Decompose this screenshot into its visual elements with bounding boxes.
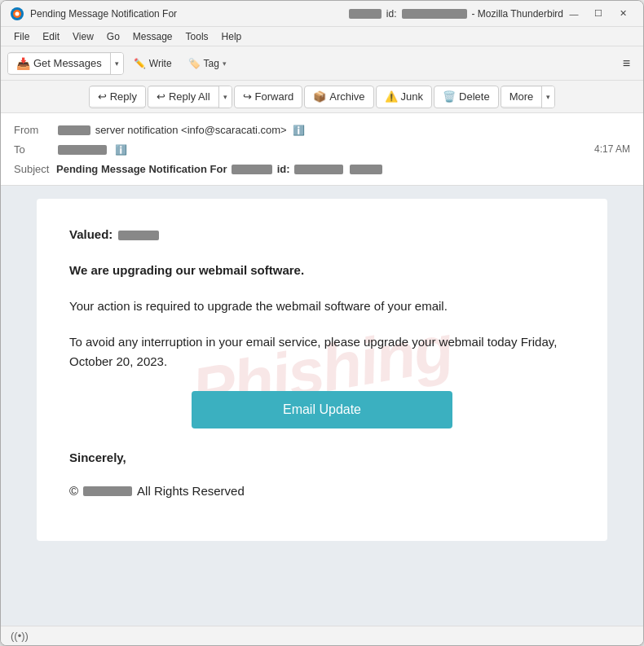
email-body-wrapper: Phishing Valued: We are upgrading our we… bbox=[1, 186, 643, 626]
email-time: 4:17 AM bbox=[594, 143, 630, 155]
copyright-symbol: © bbox=[69, 484, 78, 498]
tag-button[interactable]: 🏷️ Tag ▾ bbox=[182, 51, 233, 76]
connection-icon: ((•)) bbox=[11, 630, 29, 642]
to-row: To ℹ️ 4:17 AM bbox=[14, 139, 630, 159]
archive-label: Archive bbox=[329, 90, 364, 103]
greeting-redacted bbox=[118, 231, 159, 240]
subject-id-label: id: bbox=[277, 163, 290, 175]
email-content: Valued: We are upgrading our webmail sof… bbox=[69, 225, 575, 498]
greeting-text: Valued: bbox=[69, 227, 112, 241]
main-window: Pending Message Notification For id: - M… bbox=[0, 0, 644, 646]
minimize-button[interactable]: — bbox=[563, 5, 584, 23]
junk-button[interactable]: ⚠️ Junk bbox=[376, 86, 432, 108]
email-body1: Your action is required to upgrade the w… bbox=[69, 297, 575, 316]
get-messages-icon: 📥 bbox=[16, 57, 30, 70]
close-button[interactable]: ✕ bbox=[612, 5, 633, 23]
more-split: More ▾ bbox=[501, 86, 556, 108]
reply-all-split: ↩ Reply All ▾ bbox=[148, 86, 232, 108]
to-redacted bbox=[58, 145, 107, 155]
from-row: From server notification <info@scaracati… bbox=[14, 120, 630, 139]
reply-all-dropdown[interactable]: ▾ bbox=[218, 86, 232, 108]
hamburger-button[interactable]: ≡ bbox=[616, 53, 637, 74]
subject-redacted3 bbox=[350, 165, 382, 174]
menu-help[interactable]: Help bbox=[215, 29, 249, 44]
status-bar: ((•)) bbox=[1, 626, 643, 645]
menu-edit[interactable]: Edit bbox=[36, 29, 66, 44]
main-toolbar: 📥 Get Messages ▾ ✏️ Write 🏷️ Tag ▾ ≡ bbox=[1, 46, 643, 81]
title-redacted1 bbox=[349, 9, 382, 19]
title-id: id: bbox=[386, 8, 397, 20]
get-messages-label: Get Messages bbox=[33, 57, 102, 69]
get-messages-button[interactable]: 📥 Get Messages bbox=[8, 54, 110, 73]
menu-bar: File Edit View Go Message Tools Help bbox=[1, 27, 643, 46]
subject-row: Subject Pending Message Notification For… bbox=[14, 159, 630, 178]
tag-label: Tag bbox=[204, 58, 219, 69]
more-label: More bbox=[509, 90, 534, 103]
subject-bold: Pending Message Notification For bbox=[56, 163, 227, 175]
svg-point-2 bbox=[15, 11, 20, 15]
delete-button[interactable]: 🗑️ Delete bbox=[434, 86, 499, 108]
delete-icon: 🗑️ bbox=[443, 90, 456, 103]
email-header: From server notification <info@scaracati… bbox=[1, 113, 643, 186]
rights-text: All Rights Reserved bbox=[137, 484, 245, 498]
from-redacted bbox=[58, 125, 90, 135]
tag-icon: 🏷️ bbox=[188, 58, 201, 69]
from-value: server notification <info@scaracati.com>… bbox=[56, 124, 630, 136]
subject-label: Subject bbox=[14, 163, 56, 175]
title-redacted2 bbox=[402, 9, 467, 19]
reply-all-icon: ↩ bbox=[157, 90, 165, 103]
junk-label: Junk bbox=[401, 90, 423, 103]
subject-redacted2 bbox=[294, 165, 343, 174]
email-greeting: Valued: bbox=[69, 225, 575, 244]
to-value: ℹ️ bbox=[56, 143, 594, 156]
reply-label: Reply bbox=[110, 90, 137, 103]
menu-go[interactable]: Go bbox=[100, 29, 126, 44]
subject-value: Pending Message Notification For id: bbox=[56, 163, 384, 175]
forward-icon: ↪ bbox=[243, 90, 252, 103]
title-bar: Pending Message Notification For id: - M… bbox=[1, 1, 643, 27]
from-info-icon[interactable]: ℹ️ bbox=[293, 125, 305, 136]
maximize-button[interactable]: ☐ bbox=[588, 5, 609, 23]
delete-label: Delete bbox=[459, 90, 490, 103]
archive-button[interactable]: 📦 Archive bbox=[304, 86, 373, 108]
to-label: To bbox=[14, 143, 56, 156]
tag-dropdown-arrow: ▾ bbox=[223, 59, 227, 68]
reply-button[interactable]: ↩ Reply bbox=[90, 87, 145, 106]
write-icon: ✏️ bbox=[134, 58, 146, 69]
write-button[interactable]: ✏️ Write bbox=[127, 51, 179, 76]
junk-icon: ⚠️ bbox=[385, 90, 398, 103]
archive-icon: 📦 bbox=[313, 90, 326, 103]
email-heading: We are upgrading our webmail software. bbox=[69, 261, 575, 280]
email-update-button[interactable]: Email Update bbox=[192, 391, 452, 428]
to-info-icon[interactable]: ℹ️ bbox=[115, 144, 127, 156]
sincerely-text: Sincerely, bbox=[69, 448, 575, 468]
reply-split: ↩ Reply bbox=[89, 86, 146, 108]
reply-icon: ↩ bbox=[98, 90, 107, 103]
action-bar: ↩ Reply ↩ Reply All ▾ ↪ Forward 📦 Archiv… bbox=[1, 81, 643, 113]
from-server: server notification <info@scaracati.com> bbox=[95, 124, 287, 136]
title-app: - Mozilla Thunderbird bbox=[472, 8, 564, 20]
app-icon bbox=[11, 7, 24, 20]
get-messages-dropdown[interactable]: ▾ bbox=[110, 53, 123, 74]
email-footer: Sincerely, © All Rights Reserved bbox=[69, 448, 575, 498]
reply-all-label: Reply All bbox=[169, 90, 210, 103]
forward-button[interactable]: ↪ Forward bbox=[234, 86, 303, 108]
email-body: Phishing Valued: We are upgrading our we… bbox=[37, 199, 607, 541]
reply-all-button[interactable]: ↩ Reply All bbox=[148, 87, 218, 106]
email-body2: To avoid any interruption in your email … bbox=[69, 332, 575, 371]
more-dropdown[interactable]: ▾ bbox=[541, 86, 554, 108]
menu-tools[interactable]: Tools bbox=[179, 29, 215, 44]
window-controls: — ☐ ✕ bbox=[563, 5, 633, 23]
more-button[interactable]: More bbox=[501, 87, 542, 106]
window-title: Pending Message Notification For bbox=[30, 8, 347, 20]
menu-view[interactable]: View bbox=[66, 29, 100, 44]
menu-file[interactable]: File bbox=[7, 29, 36, 44]
footer-copyright: © All Rights Reserved bbox=[69, 484, 575, 498]
write-label: Write bbox=[149, 58, 172, 69]
subject-redacted1 bbox=[232, 165, 272, 174]
company-redacted bbox=[83, 486, 132, 496]
from-label: From bbox=[14, 124, 56, 136]
get-messages-split: 📥 Get Messages ▾ bbox=[7, 52, 124, 75]
forward-label: Forward bbox=[255, 90, 294, 103]
menu-message[interactable]: Message bbox=[126, 29, 179, 44]
